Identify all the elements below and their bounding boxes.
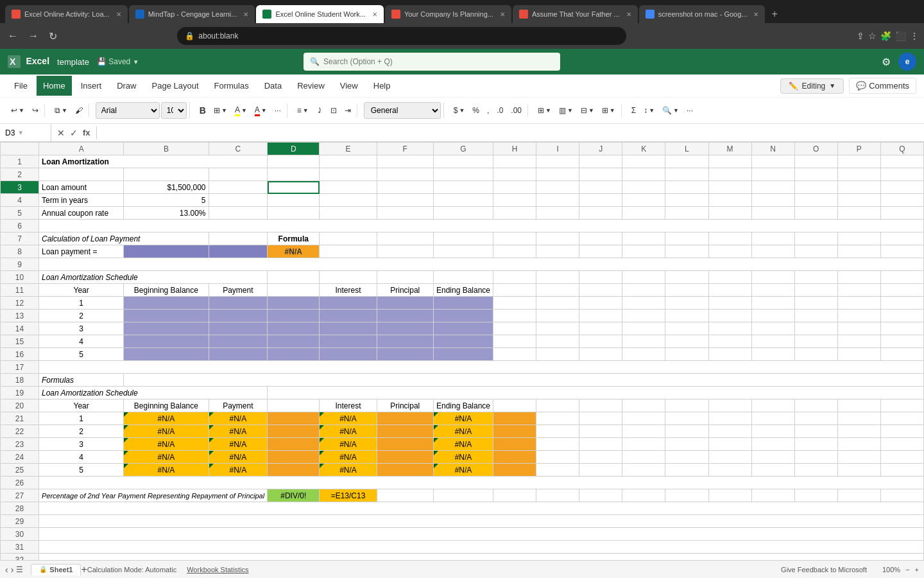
cell-F15[interactable] xyxy=(377,335,433,348)
format-cells-button[interactable]: ⊟ ▼ xyxy=(578,104,597,117)
cell-O14[interactable] xyxy=(794,322,837,335)
cell-N25[interactable] xyxy=(751,464,794,477)
cell-B3[interactable]: $1,500,000 xyxy=(124,181,209,194)
col-header-H[interactable]: H xyxy=(493,143,536,155)
col-header-C[interactable]: C xyxy=(209,143,268,155)
cell-H20[interactable] xyxy=(493,399,536,412)
comments-button[interactable]: 💬 Comments xyxy=(849,78,916,94)
cell-D20[interactable] xyxy=(268,399,320,412)
cell-P5[interactable] xyxy=(837,207,880,220)
cell-Q8[interactable] xyxy=(880,245,923,258)
cell-K21[interactable] xyxy=(622,412,665,425)
cell-H25[interactable] xyxy=(493,464,536,477)
tab-2[interactable]: MindTap - Cengage Learni... ✕ xyxy=(129,5,255,23)
cell-J20[interactable] xyxy=(579,399,622,412)
cell-K22[interactable] xyxy=(622,425,665,438)
cell-A32[interactable] xyxy=(39,554,924,561)
cell-Q20[interactable] xyxy=(880,399,923,412)
cell-B8[interactable] xyxy=(124,245,209,258)
cell-M21[interactable] xyxy=(708,412,751,425)
cell-L8[interactable] xyxy=(665,245,708,258)
formula-input[interactable] xyxy=(97,128,924,137)
cell-Q2[interactable] xyxy=(880,168,923,181)
cell-N27[interactable] xyxy=(751,489,794,502)
cell-C15[interactable] xyxy=(209,335,268,348)
cell-K5[interactable] xyxy=(622,207,665,220)
cell-E8[interactable] xyxy=(320,245,377,258)
menu-icon[interactable]: ⋮ xyxy=(910,31,919,41)
undo-button[interactable]: ↩ ▼ xyxy=(8,104,28,117)
menu-draw[interactable]: Draw xyxy=(110,78,142,93)
cell-O24[interactable] xyxy=(794,451,837,464)
col-header-N[interactable]: N xyxy=(751,143,794,155)
cell-H21[interactable] xyxy=(493,412,536,425)
indent-button[interactable]: ⇥ xyxy=(341,104,354,117)
prev-sheet-button[interactable]: ‹ xyxy=(5,565,8,575)
cell-J16[interactable] xyxy=(579,348,622,361)
cell-Q12[interactable] xyxy=(880,297,923,310)
cell-D16[interactable] xyxy=(268,348,320,361)
editing-button[interactable]: ✏️ Editing ▼ xyxy=(780,78,844,94)
cell-I11[interactable] xyxy=(536,284,579,297)
cell-H8[interactable] xyxy=(493,245,536,258)
cell-M20[interactable] xyxy=(708,399,751,412)
cell-D23[interactable] xyxy=(268,438,320,451)
cell-C23[interactable]: #N/A xyxy=(209,438,268,451)
cell-H13[interactable] xyxy=(493,310,536,322)
cell-E21[interactable]: #N/A xyxy=(320,412,377,425)
cell-I10[interactable] xyxy=(536,271,579,284)
menu-home[interactable]: Home xyxy=(37,76,72,96)
cell-M23[interactable] xyxy=(708,438,751,451)
cell-M10[interactable] xyxy=(708,271,751,284)
cell-O2[interactable] xyxy=(794,168,837,181)
cell-N10[interactable] xyxy=(751,271,794,284)
cell-I1[interactable] xyxy=(536,155,579,168)
cell-E12[interactable] xyxy=(320,297,377,310)
cell-D14[interactable] xyxy=(268,322,320,335)
cell-G11[interactable]: Ending Balance xyxy=(433,284,493,297)
cell-E4[interactable] xyxy=(320,194,377,207)
cell-O3[interactable] xyxy=(794,181,837,194)
cell-H23[interactable] xyxy=(493,438,536,451)
cell-B22[interactable]: #N/A xyxy=(124,425,209,438)
extension-icon[interactable]: 🧩 xyxy=(880,31,891,41)
cell-I16[interactable] xyxy=(536,348,579,361)
cell-O10[interactable] xyxy=(794,271,837,284)
cell-D10[interactable] xyxy=(268,271,320,284)
cell-H3[interactable] xyxy=(493,181,536,194)
cell-Q27[interactable] xyxy=(880,489,923,502)
cell-I14[interactable] xyxy=(536,322,579,335)
cell-I25[interactable] xyxy=(536,464,579,477)
cell-I7[interactable] xyxy=(536,232,579,245)
col-header-A[interactable]: A xyxy=(39,143,124,155)
col-header-D[interactable]: D xyxy=(268,143,320,155)
table-button[interactable]: ⊞ ▼ xyxy=(535,104,554,117)
cell-O25[interactable] xyxy=(794,464,837,477)
cell-B23[interactable]: #N/A xyxy=(124,438,209,451)
tab-6[interactable]: screenshot on mac - Goog... ✕ xyxy=(639,5,766,23)
cell-G21[interactable]: #N/A xyxy=(433,412,493,425)
cell-O21[interactable] xyxy=(794,412,837,425)
cell-G4[interactable] xyxy=(433,194,493,207)
cell-B11[interactable]: Beginning Balance xyxy=(124,284,209,297)
sort-button[interactable]: ↕ ▼ xyxy=(640,104,658,117)
cell-A11[interactable]: Year xyxy=(39,284,124,297)
cell-G27[interactable] xyxy=(433,489,493,502)
col-header-Q[interactable]: Q xyxy=(880,143,923,155)
cell-B21[interactable]: #N/A xyxy=(124,412,209,425)
cell-K15[interactable] xyxy=(622,335,665,348)
zoom-in-button[interactable]: + xyxy=(915,566,919,574)
cell-E27[interactable]: =E13/C13 xyxy=(320,489,377,502)
cell-L13[interactable] xyxy=(665,310,708,322)
cell-A16[interactable]: 5 xyxy=(39,348,124,361)
cell-J8[interactable] xyxy=(579,245,622,258)
cell-Q16[interactable] xyxy=(880,348,923,361)
cell-F22[interactable] xyxy=(377,425,433,438)
cell-Q14[interactable] xyxy=(880,322,923,335)
cell-J5[interactable] xyxy=(579,207,622,220)
tab-1[interactable]: Excel Online Activity: Loa... ✕ xyxy=(5,5,128,23)
cell-P4[interactable] xyxy=(837,194,880,207)
sheet-tab-1[interactable]: 🔒 Sheet1 xyxy=(31,564,81,575)
fill-color-button[interactable]: A ▼ xyxy=(232,103,250,118)
cell-O16[interactable] xyxy=(794,348,837,361)
